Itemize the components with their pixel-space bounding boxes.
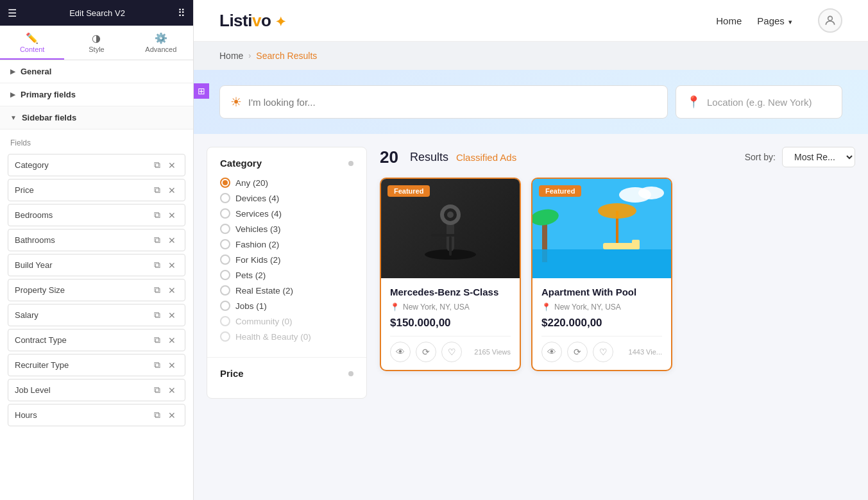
card-mercedes-like-btn[interactable]: ♡ xyxy=(441,342,462,362)
field-price-delete-btn[interactable]: ✕ xyxy=(166,183,178,197)
field-row-property-size: Property Size ⧉ ✕ xyxy=(8,279,185,301)
filter-section-category: Category Any (20) Devices (4) Services (… xyxy=(207,147,366,358)
cards-grid: Featured Mercedes-Benz S-Class 📍 New Yor… xyxy=(380,178,855,371)
field-job-level-delete-btn[interactable]: ✕ xyxy=(166,383,178,397)
hamburger-icon[interactable]: ☰ xyxy=(8,7,17,19)
breadcrumb: Home › Search Results xyxy=(194,42,868,70)
field-category-delete-btn[interactable]: ✕ xyxy=(166,158,178,172)
card-apartment-share-btn[interactable]: ⟳ xyxy=(567,342,588,362)
field-bedrooms-copy-btn[interactable]: ⧉ xyxy=(151,208,163,222)
field-hours-delete-btn[interactable]: ✕ xyxy=(166,408,178,422)
card-mercedes-price: $150.000,00 xyxy=(390,317,511,329)
filter-option-real-estate[interactable]: Real Estate (2) xyxy=(220,285,353,296)
field-price-copy-btn[interactable]: ⧉ xyxy=(151,183,163,197)
field-contract-type-copy-btn[interactable]: ⧉ xyxy=(151,333,163,347)
fields-label: Fields xyxy=(0,135,193,151)
filter-option-services[interactable]: Services (4) xyxy=(220,208,353,219)
card-apartment-body: Apartment With Pool 📍 New York, NY, USA … xyxy=(532,278,671,370)
left-panel: ☰ Edit Search V2 ⠿ ✏️ Content ◑ Style ⚙️… xyxy=(0,0,194,500)
location-box[interactable]: 📍 Location (e.g. New York) xyxy=(676,85,842,119)
breadcrumb-home[interactable]: Home xyxy=(219,51,243,61)
card-mercedes-title: Mercedes-Benz S-Class xyxy=(390,286,511,299)
section-sidebar-fields[interactable]: ▼ Sidebar fields xyxy=(0,106,193,129)
tab-advanced[interactable]: ⚙️ Advanced xyxy=(129,26,193,60)
field-bathrooms-copy-btn[interactable]: ⧉ xyxy=(151,233,163,247)
svg-point-15 xyxy=(598,203,636,219)
gear-icon: ⚙️ xyxy=(155,32,167,44)
field-bathrooms-delete-btn[interactable]: ✕ xyxy=(166,233,178,247)
field-bedrooms-actions: ⧉ ✕ xyxy=(151,208,178,222)
filter-option-pets[interactable]: Pets (2) xyxy=(220,270,353,280)
card-apartment-image-wrapper: Featured xyxy=(532,179,671,278)
field-property-size-copy-btn[interactable]: ⧉ xyxy=(151,283,163,297)
field-salary-copy-btn[interactable]: ⧉ xyxy=(151,308,163,322)
card-apartment-view-btn[interactable]: 👁 xyxy=(541,342,562,362)
field-category-copy-btn[interactable]: ⧉ xyxy=(151,158,163,172)
field-recruiter-type-delete-btn[interactable]: ✕ xyxy=(166,358,178,372)
search-input-box[interactable]: ☀ xyxy=(219,85,668,119)
grid-icon[interactable]: ⠿ xyxy=(178,7,185,19)
filter-option-vehicles[interactable]: Vehicles (3) xyxy=(220,224,353,234)
filter-option-jobs[interactable]: Jobs (1) xyxy=(220,301,353,311)
section-general[interactable]: ▶ General xyxy=(0,60,193,83)
location-icon-mercedes: 📍 xyxy=(390,303,400,312)
filter-option-any[interactable]: Any (20) xyxy=(220,178,353,188)
card-apartment-location: 📍 New York, NY, USA xyxy=(541,303,662,312)
card-apartment: Featured Apartment With Pool 📍 New York,… xyxy=(531,178,672,371)
logo: Listivo ✦ xyxy=(219,11,286,31)
field-row-recruiter-type: Recruiter Type ⧉ ✕ xyxy=(8,354,185,376)
user-avatar[interactable] xyxy=(818,8,842,33)
field-build-year-delete-btn[interactable]: ✕ xyxy=(166,258,178,272)
tab-content[interactable]: ✏️ Content xyxy=(0,26,64,60)
field-price-label: Price xyxy=(15,185,151,195)
results-count: 20 xyxy=(380,147,398,167)
field-price-actions: ⧉ ✕ xyxy=(151,183,178,197)
card-mercedes-badge: Featured xyxy=(387,185,430,197)
card-mercedes-view-btn[interactable]: 👁 xyxy=(390,342,411,362)
filter-option-for-kids[interactable]: For Kids (2) xyxy=(220,254,353,265)
field-contract-type-delete-btn[interactable]: ✕ xyxy=(166,333,178,347)
filter-option-devices[interactable]: Devices (4) xyxy=(220,193,353,203)
radio-community xyxy=(220,316,230,326)
field-hours-actions: ⧉ ✕ xyxy=(151,408,178,422)
field-build-year-actions: ⧉ ✕ xyxy=(151,258,178,272)
search-input[interactable] xyxy=(248,97,657,108)
section-primary-fields[interactable]: ▶ Primary fields xyxy=(0,83,193,106)
price-dot-icon xyxy=(348,371,353,376)
field-property-size-delete-btn[interactable]: ✕ xyxy=(166,283,178,297)
nav-pages[interactable]: Pages ▾ xyxy=(757,15,792,26)
radio-health-beauty xyxy=(220,331,230,342)
field-job-level-copy-btn[interactable]: ⧉ xyxy=(151,383,163,397)
card-mercedes-share-btn[interactable]: ⟳ xyxy=(416,342,436,362)
field-row-bedrooms: Bedrooms ⧉ ✕ xyxy=(8,204,185,226)
results-area: 20 Results Classified Ads Sort by: Most … xyxy=(380,147,855,399)
card-apartment-footer: 👁 ⟳ ♡ 1443 Vie... xyxy=(541,336,662,362)
filter-category-title: Category xyxy=(220,158,353,169)
field-recruiter-type-copy-btn[interactable]: ⧉ xyxy=(151,358,163,372)
field-recruiter-type-label: Recruiter Type xyxy=(15,360,151,370)
field-row-category: Category ⧉ ✕ xyxy=(8,154,185,176)
filter-option-fashion[interactable]: Fashion (2) xyxy=(220,239,353,249)
radio-services xyxy=(220,208,230,219)
field-hours-copy-btn[interactable]: ⧉ xyxy=(151,408,163,422)
field-bathrooms-actions: ⧉ ✕ xyxy=(151,233,178,247)
field-salary-delete-btn[interactable]: ✕ xyxy=(166,308,178,322)
card-apartment-like-btn[interactable]: ♡ xyxy=(593,342,613,362)
field-build-year-copy-btn[interactable]: ⧉ xyxy=(151,258,163,272)
svg-rect-13 xyxy=(532,249,671,278)
filter-price-title: Price xyxy=(220,368,353,379)
field-salary-actions: ⧉ ✕ xyxy=(151,308,178,322)
filter-option-health-beauty: Health & Beauty (0) xyxy=(220,331,353,342)
pencil-icon: ✏️ xyxy=(26,32,38,44)
radio-pets xyxy=(220,270,230,280)
tab-style[interactable]: ◑ Style xyxy=(64,26,128,60)
panel-content: ▶ General ▶ Primary fields ▼ Sidebar fie… xyxy=(0,60,193,500)
field-category-actions: ⧉ ✕ xyxy=(151,158,178,172)
location-icon-apartment: 📍 xyxy=(541,303,551,312)
radio-fashion xyxy=(220,239,230,249)
edit-marker[interactable]: ⊞ xyxy=(194,83,209,99)
nav-home[interactable]: Home xyxy=(716,15,742,26)
sort-select[interactable]: Most Re... xyxy=(782,147,855,167)
svg-rect-17 xyxy=(632,240,640,249)
field-bedrooms-delete-btn[interactable]: ✕ xyxy=(166,208,178,222)
